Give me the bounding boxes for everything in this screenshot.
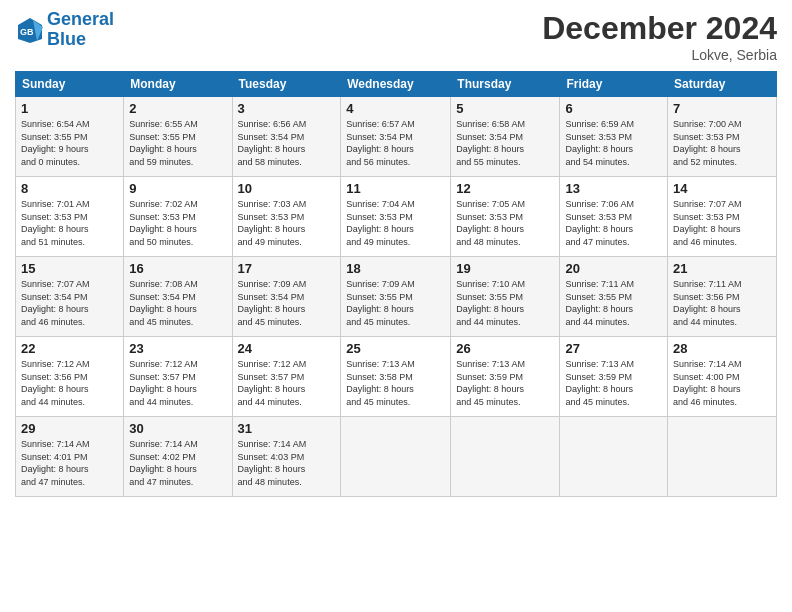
day-cell: 27Sunrise: 7:13 AM Sunset: 3:59 PM Dayli… <box>560 337 668 417</box>
logo-text: General Blue <box>47 10 114 50</box>
day-info: Sunrise: 7:12 AM Sunset: 3:56 PM Dayligh… <box>21 358 118 408</box>
day-number: 12 <box>456 181 554 196</box>
day-info: Sunrise: 7:00 AM Sunset: 3:53 PM Dayligh… <box>673 118 771 168</box>
page: GB General Blue December 2024 Lokve, Ser… <box>0 0 792 507</box>
day-number: 19 <box>456 261 554 276</box>
day-cell: 29Sunrise: 7:14 AM Sunset: 4:01 PM Dayli… <box>16 417 124 497</box>
week-row-3: 15Sunrise: 7:07 AM Sunset: 3:54 PM Dayli… <box>16 257 777 337</box>
day-info: Sunrise: 7:01 AM Sunset: 3:53 PM Dayligh… <box>21 198 118 248</box>
header-cell-saturday: Saturday <box>668 72 777 97</box>
day-info: Sunrise: 7:09 AM Sunset: 3:54 PM Dayligh… <box>238 278 336 328</box>
day-info: Sunrise: 7:13 AM Sunset: 3:59 PM Dayligh… <box>565 358 662 408</box>
day-cell: 25Sunrise: 7:13 AM Sunset: 3:58 PM Dayli… <box>341 337 451 417</box>
day-number: 22 <box>21 341 118 356</box>
day-info: Sunrise: 6:56 AM Sunset: 3:54 PM Dayligh… <box>238 118 336 168</box>
day-cell: 21Sunrise: 7:11 AM Sunset: 3:56 PM Dayli… <box>668 257 777 337</box>
day-info: Sunrise: 7:07 AM Sunset: 3:54 PM Dayligh… <box>21 278 118 328</box>
day-cell: 9Sunrise: 7:02 AM Sunset: 3:53 PM Daylig… <box>124 177 232 257</box>
day-info: Sunrise: 7:03 AM Sunset: 3:53 PM Dayligh… <box>238 198 336 248</box>
day-info: Sunrise: 7:12 AM Sunset: 3:57 PM Dayligh… <box>238 358 336 408</box>
day-number: 11 <box>346 181 445 196</box>
day-cell: 31Sunrise: 7:14 AM Sunset: 4:03 PM Dayli… <box>232 417 341 497</box>
day-cell: 1Sunrise: 6:54 AM Sunset: 3:55 PM Daylig… <box>16 97 124 177</box>
day-cell: 22Sunrise: 7:12 AM Sunset: 3:56 PM Dayli… <box>16 337 124 417</box>
day-info: Sunrise: 7:04 AM Sunset: 3:53 PM Dayligh… <box>346 198 445 248</box>
day-cell: 5Sunrise: 6:58 AM Sunset: 3:54 PM Daylig… <box>451 97 560 177</box>
day-number: 28 <box>673 341 771 356</box>
day-cell: 17Sunrise: 7:09 AM Sunset: 3:54 PM Dayli… <box>232 257 341 337</box>
day-cell: 6Sunrise: 6:59 AM Sunset: 3:53 PM Daylig… <box>560 97 668 177</box>
day-info: Sunrise: 6:54 AM Sunset: 3:55 PM Dayligh… <box>21 118 118 168</box>
day-number: 14 <box>673 181 771 196</box>
day-number: 17 <box>238 261 336 276</box>
day-number: 13 <box>565 181 662 196</box>
calendar-table: SundayMondayTuesdayWednesdayThursdayFrid… <box>15 71 777 497</box>
day-number: 9 <box>129 181 226 196</box>
header-cell-wednesday: Wednesday <box>341 72 451 97</box>
day-info: Sunrise: 6:59 AM Sunset: 3:53 PM Dayligh… <box>565 118 662 168</box>
day-number: 29 <box>21 421 118 436</box>
day-number: 15 <box>21 261 118 276</box>
day-number: 25 <box>346 341 445 356</box>
day-number: 31 <box>238 421 336 436</box>
day-info: Sunrise: 7:07 AM Sunset: 3:53 PM Dayligh… <box>673 198 771 248</box>
day-number: 26 <box>456 341 554 356</box>
day-cell: 13Sunrise: 7:06 AM Sunset: 3:53 PM Dayli… <box>560 177 668 257</box>
day-cell: 10Sunrise: 7:03 AM Sunset: 3:53 PM Dayli… <box>232 177 341 257</box>
header: GB General Blue December 2024 Lokve, Ser… <box>15 10 777 63</box>
day-number: 18 <box>346 261 445 276</box>
day-info: Sunrise: 7:14 AM Sunset: 4:00 PM Dayligh… <box>673 358 771 408</box>
day-cell: 11Sunrise: 7:04 AM Sunset: 3:53 PM Dayli… <box>341 177 451 257</box>
day-info: Sunrise: 7:14 AM Sunset: 4:01 PM Dayligh… <box>21 438 118 488</box>
day-info: Sunrise: 7:11 AM Sunset: 3:56 PM Dayligh… <box>673 278 771 328</box>
header-cell-tuesday: Tuesday <box>232 72 341 97</box>
header-cell-friday: Friday <box>560 72 668 97</box>
day-number: 3 <box>238 101 336 116</box>
logo-line2: Blue <box>47 29 86 49</box>
day-info: Sunrise: 7:05 AM Sunset: 3:53 PM Dayligh… <box>456 198 554 248</box>
day-cell: 7Sunrise: 7:00 AM Sunset: 3:53 PM Daylig… <box>668 97 777 177</box>
day-number: 5 <box>456 101 554 116</box>
header-row: SundayMondayTuesdayWednesdayThursdayFrid… <box>16 72 777 97</box>
day-cell <box>560 417 668 497</box>
day-cell: 15Sunrise: 7:07 AM Sunset: 3:54 PM Dayli… <box>16 257 124 337</box>
day-number: 16 <box>129 261 226 276</box>
day-number: 7 <box>673 101 771 116</box>
day-info: Sunrise: 7:09 AM Sunset: 3:55 PM Dayligh… <box>346 278 445 328</box>
day-number: 1 <box>21 101 118 116</box>
day-info: Sunrise: 7:02 AM Sunset: 3:53 PM Dayligh… <box>129 198 226 248</box>
day-cell: 23Sunrise: 7:12 AM Sunset: 3:57 PM Dayli… <box>124 337 232 417</box>
title-block: December 2024 Lokve, Serbia <box>542 10 777 63</box>
day-cell: 24Sunrise: 7:12 AM Sunset: 3:57 PM Dayli… <box>232 337 341 417</box>
week-row-4: 22Sunrise: 7:12 AM Sunset: 3:56 PM Dayli… <box>16 337 777 417</box>
day-number: 4 <box>346 101 445 116</box>
week-row-5: 29Sunrise: 7:14 AM Sunset: 4:01 PM Dayli… <box>16 417 777 497</box>
day-number: 21 <box>673 261 771 276</box>
day-cell <box>668 417 777 497</box>
day-info: Sunrise: 7:08 AM Sunset: 3:54 PM Dayligh… <box>129 278 226 328</box>
day-cell: 4Sunrise: 6:57 AM Sunset: 3:54 PM Daylig… <box>341 97 451 177</box>
day-info: Sunrise: 7:06 AM Sunset: 3:53 PM Dayligh… <box>565 198 662 248</box>
logo-icon: GB <box>15 15 45 45</box>
day-number: 6 <box>565 101 662 116</box>
day-number: 30 <box>129 421 226 436</box>
header-cell-thursday: Thursday <box>451 72 560 97</box>
day-cell: 2Sunrise: 6:55 AM Sunset: 3:55 PM Daylig… <box>124 97 232 177</box>
day-number: 20 <box>565 261 662 276</box>
day-cell: 14Sunrise: 7:07 AM Sunset: 3:53 PM Dayli… <box>668 177 777 257</box>
svg-text:GB: GB <box>20 27 34 37</box>
day-cell <box>451 417 560 497</box>
month-title: December 2024 <box>542 10 777 47</box>
day-cell: 16Sunrise: 7:08 AM Sunset: 3:54 PM Dayli… <box>124 257 232 337</box>
day-info: Sunrise: 7:10 AM Sunset: 3:55 PM Dayligh… <box>456 278 554 328</box>
day-number: 23 <box>129 341 226 356</box>
day-number: 10 <box>238 181 336 196</box>
day-info: Sunrise: 6:58 AM Sunset: 3:54 PM Dayligh… <box>456 118 554 168</box>
day-info: Sunrise: 7:14 AM Sunset: 4:02 PM Dayligh… <box>129 438 226 488</box>
day-cell: 3Sunrise: 6:56 AM Sunset: 3:54 PM Daylig… <box>232 97 341 177</box>
day-info: Sunrise: 6:55 AM Sunset: 3:55 PM Dayligh… <box>129 118 226 168</box>
day-cell: 26Sunrise: 7:13 AM Sunset: 3:59 PM Dayli… <box>451 337 560 417</box>
day-number: 27 <box>565 341 662 356</box>
logo-line1: General <box>47 9 114 29</box>
week-row-1: 1Sunrise: 6:54 AM Sunset: 3:55 PM Daylig… <box>16 97 777 177</box>
